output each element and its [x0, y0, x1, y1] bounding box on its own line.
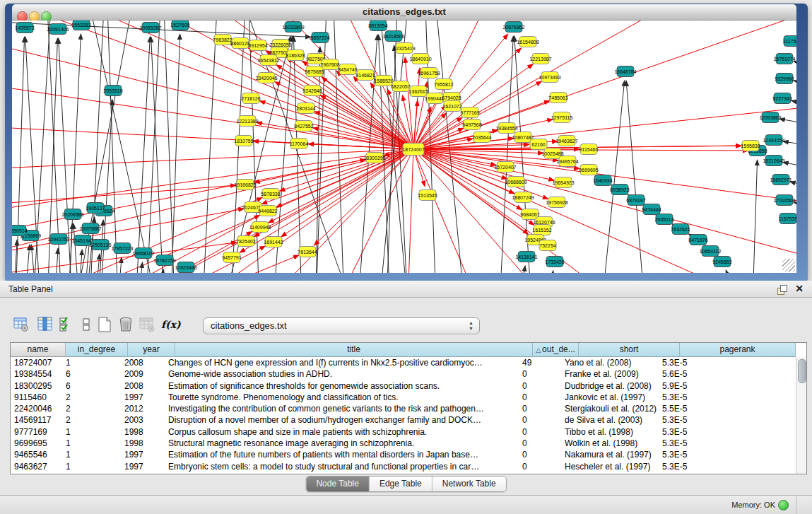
- graph-node-teal[interactable]: 1733426: [545, 257, 564, 267]
- tab-edge-table[interactable]: Edge Table: [370, 477, 433, 491]
- graph-node-yellow[interactable]: 10973493: [539, 72, 560, 83]
- graph-node-teal[interactable]: 19958107: [132, 248, 154, 259]
- tab-network-table[interactable]: Network Table: [433, 477, 506, 491]
- graph-node-yellow[interactable]: 12213389: [236, 116, 258, 127]
- column-header-short[interactable]: short: [579, 343, 680, 357]
- vertical-scrollbar[interactable]: [796, 357, 806, 474]
- graph-node-teal[interactable]: 12444154: [763, 135, 784, 146]
- select-column-icon[interactable]: [37, 316, 55, 334]
- graph-node-yellow[interactable]: 8454749: [338, 64, 357, 75]
- graph-node-yellow[interactable]: 8912954: [248, 40, 267, 51]
- new-document-icon[interactable]: [96, 316, 114, 334]
- window-titlebar[interactable]: citations_edges.txt: [12, 4, 796, 21]
- graph-node-teal[interactable]: 10975887: [79, 223, 101, 234]
- graph-node-teal[interactable]: 19218506: [382, 31, 404, 42]
- graph-node-yellow[interactable]: 12213987: [529, 54, 551, 64]
- window-resize-grip[interactable]: [782, 259, 795, 271]
- graph-node-teal[interactable]: 10055287: [139, 23, 161, 33]
- graph-node-yellow[interactable]: 6822057: [391, 81, 410, 92]
- graph-node-teal[interactable]: 8857224: [310, 33, 329, 43]
- graph-node-yellow[interactable]: 2718126: [241, 93, 260, 104]
- delete-table-icon[interactable]: [139, 316, 157, 334]
- graph-node-teal[interactable]: 16782759: [153, 255, 175, 266]
- graph-node-yellow[interactable]: 16961758: [418, 68, 440, 78]
- graph-node-yellow[interactable]: 7613644: [298, 247, 317, 257]
- graph-node-yellow[interactable]: 62160: [530, 139, 547, 150]
- graph-node-yellow[interactable]: 18300295: [363, 153, 385, 163]
- tab-node-table[interactable]: Node Table: [306, 477, 370, 491]
- graph-node-yellow[interactable]: 2035644: [472, 132, 491, 143]
- graph-node-yellow[interactable]: 9146821: [355, 70, 375, 81]
- table-select-dropdown[interactable]: citations_edges.txt ▲▼: [203, 317, 480, 334]
- graph-node-teal[interactable]: 12093863: [759, 112, 781, 123]
- column-header-in_degree[interactable]: in_degree: [66, 343, 128, 357]
- graph-node-yellow[interactable]: 11409948: [249, 222, 271, 233]
- graph-node-yellow[interactable]: 2967608: [320, 59, 339, 70]
- graph-node-yellow[interactable]: 15720407: [494, 162, 516, 173]
- table-row[interactable]: 946362711997Embryonic stem cells: a mode…: [11, 461, 806, 472]
- column-header-name[interactable]: name: [11, 343, 66, 357]
- table-row[interactable]: 911546021997Tourette syndrome. Phenomeno…: [11, 392, 806, 403]
- graph-node-teal[interactable]: 7632621: [671, 224, 690, 235]
- graph-node-yellow[interactable]: 9875685: [305, 66, 324, 77]
- column-header-year[interactable]: year: [128, 343, 175, 357]
- graph-node-yellow[interactable]: 1595838: [741, 141, 760, 151]
- graph-hub-node[interactable]: 18724007: [402, 144, 424, 156]
- graph-node-yellow[interactable]: 5878338: [261, 189, 280, 199]
- graph-node-yellow[interactable]: 19756928: [546, 197, 567, 208]
- graph-node-teal[interactable]: 17957223: [111, 243, 133, 254]
- graph-node-teal[interactable]: 2935114: [655, 214, 674, 225]
- network-window[interactable]: citations_edges.txt 14055732009140615532…: [5, 4, 808, 281]
- table-row[interactable]: 977716911998Corpus callosum shape and si…: [11, 426, 806, 438]
- graph-node-yellow[interactable]: 1621072: [442, 101, 461, 112]
- graph-node-yellow[interactable]: 19495764: [556, 156, 578, 167]
- graph-node-teal[interactable]: 20091406: [47, 24, 69, 35]
- graph-node-yellow[interactable]: 1513545: [418, 190, 437, 201]
- graph-node-teal[interactable]: 12505135: [89, 240, 111, 250]
- graph-node-yellow[interactable]: 9457791: [222, 252, 241, 263]
- graph-node-yellow[interactable]: 9242848: [302, 86, 322, 96]
- graph-node-yellow[interactable]: 19463627: [555, 136, 577, 146]
- graph-node-teal[interactable]: 1405573: [15, 23, 34, 33]
- close-icon[interactable]: ✕: [795, 283, 804, 294]
- graph-node-yellow[interactable]: 18640910: [409, 54, 431, 64]
- graph-node-teal[interactable]: 1640934: [593, 175, 612, 186]
- graph-node-yellow[interactable]: 2803144: [296, 103, 315, 114]
- graph-node-teal[interactable]: 1167535: [779, 214, 796, 224]
- graph-node-teal[interactable]: 9227343: [772, 93, 792, 104]
- graph-node-yellow[interactable]: 19166823: [234, 180, 256, 190]
- column-header-title[interactable]: title: [175, 343, 533, 357]
- graph-node-teal[interactable]: 2053510: [103, 86, 122, 96]
- checklist-icon[interactable]: [58, 316, 76, 334]
- graph-node-teal[interactable]: 17016504: [773, 195, 795, 206]
- graph-node-yellow[interactable]: 752254: [539, 240, 556, 251]
- graph-node-yellow[interactable]: 7485063: [548, 93, 567, 103]
- graph-node-yellow[interactable]: 19384554: [495, 123, 517, 134]
- column-header-out_de[interactable]: △out_de...: [533, 343, 579, 357]
- graph-node-teal[interactable]: 9474444: [642, 204, 661, 215]
- graph-node-teal[interactable]: 15751074: [773, 54, 795, 64]
- graph-node-yellow[interactable]: 9699695: [579, 165, 598, 175]
- graph-node-yellow[interactable]: 8186328: [286, 50, 305, 61]
- graph-node-teal[interactable]: 12942757: [47, 234, 69, 245]
- graph-node-yellow[interactable]: 12325419: [393, 43, 415, 54]
- node-table[interactable]: namein_degreeyeartitle△out_de...shortpag…: [10, 342, 807, 474]
- column-header-pagerank[interactable]: pagerank: [680, 343, 796, 357]
- graph-node-teal[interactable]: 1117535: [783, 36, 796, 47]
- graph-node-yellow[interactable]: 19654923: [552, 177, 574, 188]
- graph-node-yellow[interactable]: 8427552: [294, 121, 313, 132]
- graph-node-teal[interactable]: 20206586: [61, 209, 83, 220]
- trash-icon[interactable]: [117, 316, 136, 334]
- rows-icon[interactable]: [78, 316, 96, 334]
- graph-node-yellow[interactable]: 12975115: [551, 112, 573, 123]
- table-header-row[interactable]: namein_degreeyeartitle△out_de...shortpag…: [11, 343, 806, 357]
- table-row[interactable]: 969969511998Structural magnetic resonanc…: [11, 438, 806, 449]
- graph-node-teal[interactable]: 1527605: [170, 21, 189, 30]
- graph-node-teal[interactable]: 8350514: [12, 226, 28, 236]
- graph-node-yellow[interactable]: 7963822: [213, 35, 232, 45]
- table-row[interactable]: 1456911722003Disruption of a novel membe…: [11, 414, 806, 426]
- graph-node-teal[interactable]: 9329966: [775, 74, 794, 84]
- table-row[interactable]: 1938455462009Genome-wide association stu…: [11, 368, 806, 380]
- graph-node-yellow[interactable]: 23420046: [255, 73, 277, 83]
- graph-node-teal[interactable]: 20876862: [502, 22, 524, 33]
